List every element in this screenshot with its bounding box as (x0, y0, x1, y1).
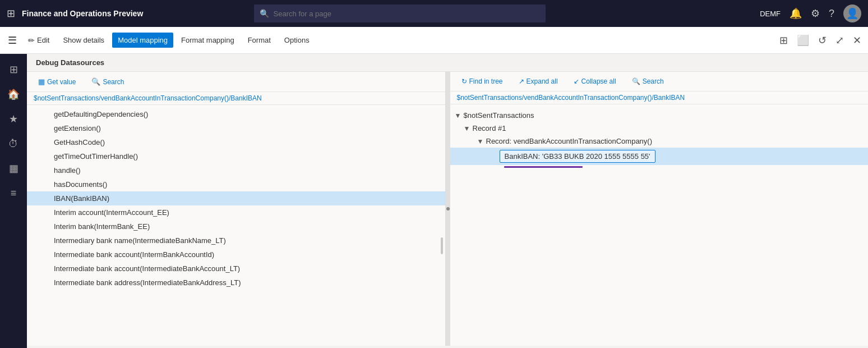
side-nav-star-icon[interactable]: ★ (2, 108, 25, 130)
left-path-bar: $notSentTransactions/vendBankAccountInTr… (27, 92, 445, 105)
list-item[interactable]: handle() (27, 163, 445, 177)
settings-icon[interactable]: ⚙ (811, 7, 820, 20)
get-value-icon: ▦ (38, 77, 45, 86)
model-mapping-button[interactable]: Model mapping (112, 33, 173, 48)
secondary-toolbar: ☰ ✏ Edit Show details Model mapping Form… (0, 27, 868, 54)
right-panel: ↻ Find in tree ↗ Expand all ↙ Collapse a… (450, 72, 869, 346)
format-mapping-button[interactable]: Format mapping (176, 33, 240, 48)
side-nav-workspace-icon[interactable]: ▦ (2, 157, 25, 180)
global-search-input[interactable] (274, 10, 540, 18)
list-item[interactable]: Intermediate bank account(IntermBankAcco… (27, 248, 445, 262)
side-nav-recent-icon[interactable]: ⏱ (2, 132, 25, 155)
hamburger-button[interactable]: ☰ (4, 31, 20, 50)
top-nav-bar: ⊞ Finance and Operations Preview 🔍 DEMF … (0, 0, 868, 27)
global-search-bar[interactable]: 🔍 (254, 4, 546, 22)
side-nav-list-icon[interactable]: ≡ (2, 182, 25, 204)
tree-value-box: BankIBAN: 'GB33 BUKB 2020 1555 5555 55' (500, 150, 655, 163)
list-item[interactable]: getExtension() (27, 121, 445, 135)
right-search-icon: 🔍 (632, 77, 640, 85)
help-icon[interactable]: ? (829, 8, 834, 20)
close-icon[interactable]: ✕ (851, 32, 864, 49)
left-list-wrapper: getDefaultingDependencies() getExtension… (27, 105, 445, 346)
top-nav-right: DEMF 🔔 ⚙ ? 👤 (760, 4, 861, 22)
panel-divider (446, 72, 450, 346)
main-content: ▦ Get value 🔍 Search $notSentTransaction… (27, 72, 868, 346)
pop-out-icon[interactable]: ⤢ (833, 32, 846, 49)
side-nav-grid-icon[interactable]: ⊞ (2, 58, 25, 81)
scroll-indicator (441, 237, 443, 254)
list-item[interactable]: getDefaultingDependencies() (27, 107, 445, 121)
right-toolbar: ↻ Find in tree ↗ Expand all ↙ Collapse a… (450, 72, 869, 91)
search-icon-left: 🔍 (91, 77, 100, 86)
notification-icon[interactable]: 🔔 (789, 7, 802, 20)
user-name: DEMF (760, 10, 781, 18)
find-in-tree-icon: ↻ (461, 77, 467, 85)
app-title: Finance and Operations Preview (22, 9, 143, 18)
tree-node-value[interactable]: BankIBAN: 'GB33 BUKB 2020 1555 5555 55' (450, 148, 869, 165)
debug-header: Debug Datasources (27, 54, 868, 72)
edit-icon: ✏ (28, 36, 35, 45)
panels-area: Debug Datasources ▦ Get value 🔍 Search (27, 54, 868, 348)
list-item[interactable]: hasDocuments() (27, 177, 445, 191)
list-item[interactable]: Intermediate bank address(IntermediateBa… (27, 276, 445, 290)
list-item-selected[interactable]: IBAN(BankIBAN) (27, 191, 445, 205)
expand-all-button[interactable]: ↗ Expand all (514, 75, 562, 88)
edit-button[interactable]: ✏ Edit (22, 33, 55, 48)
divider-dot (446, 207, 450, 210)
avatar[interactable]: 👤 (843, 4, 861, 22)
collapse-all-button[interactable]: ↙ Collapse all (569, 75, 621, 88)
list-item[interactable]: getTimeOutTimerHandle() (27, 149, 445, 163)
tree-node-record1[interactable]: ▼ Record #1 (450, 122, 869, 135)
right-path-bar: $notSentTransactions/vendBankAccountInTr… (450, 91, 869, 104)
side-nav: ⊞ 🏠 ★ ⏱ ▦ ≡ (0, 54, 27, 348)
collapse-all-icon: ↙ (574, 77, 579, 85)
expand-all-icon: ↗ (519, 77, 524, 85)
find-in-tree-button[interactable]: ↻ Find in tree (457, 75, 507, 88)
search-icon: 🔍 (260, 9, 269, 18)
toolbar-right-icons: ⊞ ⬜ ↺ ⤢ ✕ (777, 32, 864, 49)
show-details-button[interactable]: Show details (57, 33, 110, 48)
tree-node-root[interactable]: ▼ $notSentTransactions (450, 109, 869, 122)
value-underline (504, 166, 583, 168)
side-nav-home-icon[interactable]: 🏠 (2, 83, 25, 106)
left-search-button[interactable]: 🔍 Search (87, 75, 128, 88)
list-item[interactable]: Intermediary bank name(IntermediateBankN… (27, 233, 445, 248)
options-button[interactable]: Options (279, 33, 315, 48)
list-item[interactable]: GetHashCode() (27, 135, 445, 149)
format-button[interactable]: Format (242, 33, 276, 48)
view-toggle-icon[interactable]: ⊞ (777, 32, 790, 49)
tree-toggle-record1[interactable]: ▼ (464, 125, 470, 132)
get-value-button[interactable]: ▦ Get value (34, 75, 80, 88)
list-item[interactable]: Interim account(IntermAccount_EE) (27, 205, 445, 219)
refresh-icon[interactable]: ↺ (816, 32, 829, 49)
list-item[interactable]: Interim bank(IntermBank_EE) (27, 219, 445, 233)
left-list: getDefaultingDependencies() getExtension… (27, 105, 445, 292)
tree-node-subrecord[interactable]: ▼ Record: vendBankAccountInTransactionCo… (450, 135, 869, 148)
tree-area: ▼ $notSentTransactions ▼ Record #1 ▼ Rec… (450, 104, 869, 346)
left-panel: ▦ Get value 🔍 Search $notSentTransaction… (27, 72, 446, 346)
right-search-button[interactable]: 🔍 Search (627, 75, 668, 88)
left-toolbar: ▦ Get value 🔍 Search (27, 72, 445, 92)
tree-toggle-subrecord[interactable]: ▼ (477, 138, 484, 145)
tree-toggle-root[interactable]: ▼ (455, 112, 461, 120)
list-item[interactable]: Intermediate bank account(IntermediateBa… (27, 262, 445, 276)
content-wrapper: ⊞ 🏠 ★ ⏱ ▦ ≡ Debug Datasources ▦ Get valu… (0, 54, 868, 348)
split-view-icon[interactable]: ⬜ (795, 32, 811, 49)
grid-icon[interactable]: ⊞ (7, 7, 15, 20)
